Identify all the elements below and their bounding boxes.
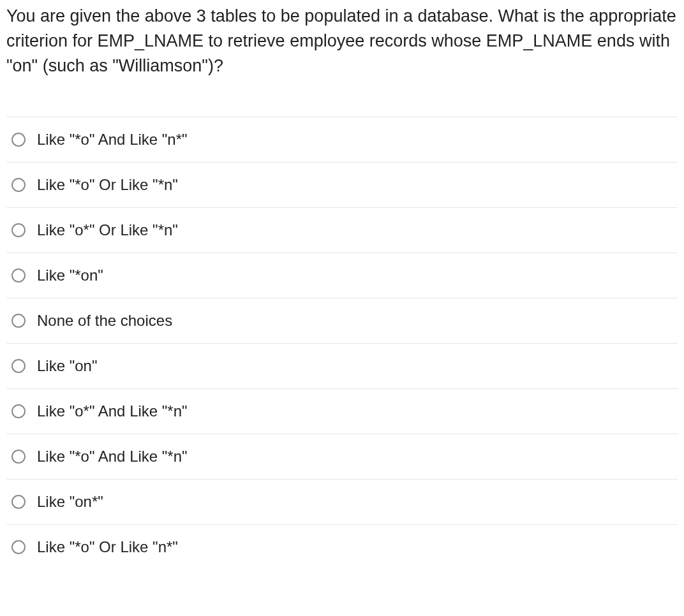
radio-icon[interactable] — [11, 178, 26, 192]
radio-icon[interactable] — [11, 404, 26, 418]
question-text: You are given the above 3 tables to be p… — [6, 4, 678, 78]
radio-icon[interactable] — [11, 359, 26, 373]
radio-icon[interactable] — [11, 314, 26, 328]
option-label: Like "*on" — [37, 267, 103, 284]
option-row[interactable]: Like "*o" Or Like "*n" — [6, 163, 678, 208]
option-label: Like "on*" — [37, 493, 103, 511]
radio-icon[interactable] — [11, 133, 26, 147]
option-label: Like "o*" And Like "*n" — [37, 402, 188, 420]
option-label: None of the choices — [37, 312, 172, 330]
option-label: Like "*o" Or Like "*n" — [37, 176, 178, 194]
option-row[interactable]: Like "*o" And Like "n*" — [6, 117, 678, 163]
radio-icon[interactable] — [11, 540, 26, 554]
option-row[interactable]: Like "*o" And Like "*n" — [6, 434, 678, 480]
option-row[interactable]: Like "o*" And Like "*n" — [6, 389, 678, 434]
option-label: Like "on" — [37, 357, 97, 375]
question-container: You are given the above 3 tables to be p… — [0, 0, 684, 569]
option-row[interactable]: Like "on*" — [6, 480, 678, 525]
options-list: Like "*o" And Like "n*" Like "*o" Or Lik… — [6, 117, 678, 569]
option-label: Like "o*" Or Like "*n" — [37, 221, 178, 239]
option-row[interactable]: Like "*o" Or Like "n*" — [6, 525, 678, 569]
option-label: Like "*o" And Like "*n" — [37, 448, 188, 466]
radio-icon[interactable] — [11, 268, 26, 282]
radio-icon[interactable] — [11, 223, 26, 237]
option-row[interactable]: None of the choices — [6, 298, 678, 344]
radio-icon[interactable] — [11, 450, 26, 464]
option-row[interactable]: Like "on" — [6, 344, 678, 389]
radio-icon[interactable] — [11, 495, 26, 509]
option-label: Like "*o" And Like "n*" — [37, 131, 188, 149]
option-row[interactable]: Like "*on" — [6, 253, 678, 298]
option-row[interactable]: Like "o*" Or Like "*n" — [6, 208, 678, 253]
option-label: Like "*o" Or Like "n*" — [37, 538, 178, 556]
